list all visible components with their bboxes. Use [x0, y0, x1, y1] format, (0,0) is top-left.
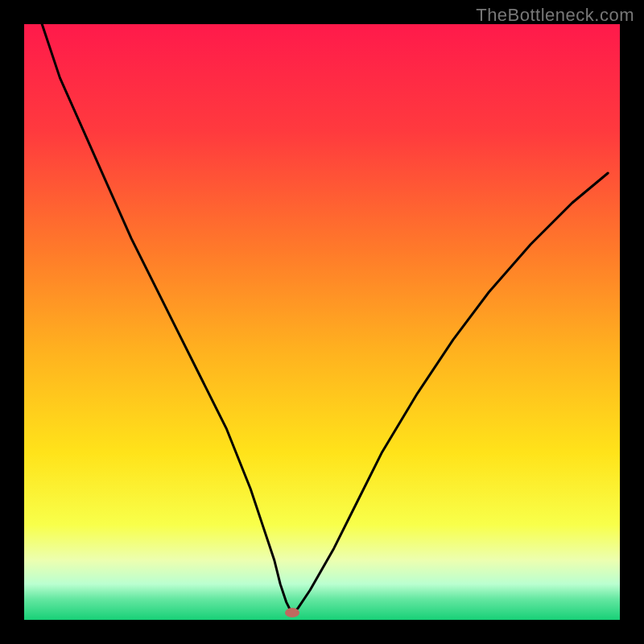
- watermark-text: TheBottleneck.com: [476, 5, 634, 26]
- chart-canvas: [0, 0, 644, 644]
- chart-background: [24, 24, 620, 620]
- bottleneck-chart: TheBottleneck.com: [0, 0, 644, 644]
- optimal-point-marker: [285, 608, 299, 617]
